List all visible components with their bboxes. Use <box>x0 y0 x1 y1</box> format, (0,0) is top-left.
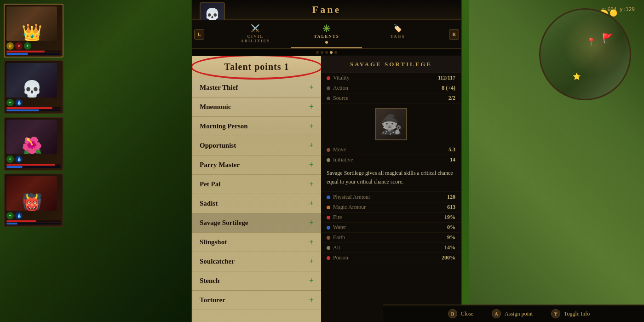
dot-earth <box>327 236 330 240</box>
toggle-key: Y <box>551 309 560 318</box>
dot-2 <box>321 51 323 54</box>
portrait-face-1: 👑 <box>22 24 42 41</box>
content-area: Talent points 1 Master Thief + Mnemonic … <box>192 56 461 322</box>
minimap[interactable]: 📍 🚩 ⭐ <box>539 8 631 100</box>
info-description: Savage Sortilege gives all magical skill… <box>321 165 461 190</box>
talent-soulcatcher[interactable]: Soulcatcher + <box>192 252 321 271</box>
dot-3 <box>325 51 328 54</box>
tab-right-button[interactable]: R <box>449 29 459 40</box>
talent-torturer[interactable]: Torturer + <box>192 291 321 310</box>
dot-1 <box>316 51 319 54</box>
talent-mnemonic[interactable]: Mnemonic + <box>192 98 321 117</box>
party-panel: 👑 ♛ ♥ ✦ 💀 ✦ 💧 🌺 ✦ 💧 <box>4 4 63 227</box>
dot-move <box>327 148 330 152</box>
tags-icon: 🏷️ <box>393 24 402 33</box>
talents-list: Talent points 1 Master Thief + Mnemonic … <box>192 56 321 322</box>
dot-water <box>327 226 330 230</box>
party-member-1[interactable]: 👑 ♛ ♥ ✦ <box>4 4 63 58</box>
dot-physical <box>327 196 330 199</box>
dot-action <box>327 86 330 90</box>
stat-fire: Fire 19% <box>321 213 461 223</box>
party-member-4[interactable]: 👹 ✦ 💧 <box>4 173 63 227</box>
dot-vitality <box>327 76 330 80</box>
map-marker-flag: 🚩 <box>602 33 614 44</box>
talent-morning-person[interactable]: Morning Person + <box>192 117 321 136</box>
hp-icon-1: ♥ <box>15 42 23 50</box>
stat-source: Source 2/2 <box>321 93 461 104</box>
sp-icon-3: 💧 <box>15 155 23 163</box>
dot-initiative <box>327 158 330 162</box>
civil-abilities-icon: ⚔️ <box>251 24 260 33</box>
party-member-3[interactable]: 🌺 ✦ 💧 <box>4 117 63 171</box>
tab-civil-abilities[interactable]: ⚔️ CIVILABILITIES <box>220 20 291 48</box>
talent-points-text: Talent points 1 <box>201 62 312 72</box>
toggle-button[interactable]: Y Toggle Info <box>551 309 590 318</box>
talent-slingshot[interactable]: Slingshot + <box>192 233 321 252</box>
info-panel: SAVAGE SORTILEGE Vitality 112/117 Action… <box>321 56 461 322</box>
sp-icon-4: 💧 <box>15 212 23 219</box>
party-member-2[interactable]: 💀 ✦ 💧 <box>4 60 63 114</box>
dot-fire <box>327 216 330 219</box>
assign-label: Assign point <box>505 310 533 317</box>
talent-icon-box: 🧙 <box>375 108 407 140</box>
stat-water: Water 0% <box>321 223 461 233</box>
portrait-1: 👑 <box>6 6 57 41</box>
stat-move: Move 5.3 <box>321 145 461 155</box>
assign-key: A <box>492 309 501 318</box>
portrait-face-3: 🌺 <box>22 138 42 154</box>
tab-talents[interactable]: ✳️ TALENTS <box>291 20 362 48</box>
portrait-face-2: 💀 <box>22 81 42 98</box>
divider <box>321 191 461 191</box>
close-label: Close <box>461 310 473 317</box>
stat-initiative: Initiative 14 <box>321 155 461 165</box>
sp-icon-2: 💧 <box>15 99 23 106</box>
close-key: B <box>448 309 457 318</box>
map-player-marker: ⭐ <box>573 73 581 80</box>
talent-parry-master[interactable]: Parry Master + <box>192 155 321 175</box>
tab-left-button[interactable]: L <box>194 29 204 40</box>
stat-vitality: Vitality 112/117 <box>321 73 461 83</box>
stat-earth: Earth 9% <box>321 233 461 243</box>
status-icon-4: ✦ <box>6 212 14 219</box>
talent-master-thief[interactable]: Master Thief + <box>192 78 321 98</box>
minimap-container: 🟡 🟡 🟡 📍 🚩 ⭐ x:604 y:129 <box>601 5 635 12</box>
portrait-face-4: 👹 <box>22 194 42 211</box>
dot-poison <box>327 256 330 260</box>
dot-4 <box>330 51 333 54</box>
talents-icon: ✳️ <box>322 24 332 33</box>
assign-button[interactable]: A Assign point <box>492 309 533 318</box>
close-button[interactable]: B Close <box>448 309 473 318</box>
talent-stench[interactable]: Stench + <box>192 271 321 291</box>
main-panel: 💀 Fane L ⚔️ CIVILABILITIES ✳️ TALENTS 🏷️… <box>191 0 462 322</box>
talent-points-header: Talent points 1 <box>192 56 321 78</box>
dot-indicators <box>192 49 461 56</box>
toggle-label: Toggle Info <box>564 310 590 317</box>
status-icon-3: ✦ <box>6 155 14 163</box>
stat-action: Action 8 (+4) <box>321 83 461 93</box>
portrait-3: 🌺 <box>6 120 57 154</box>
map-marker-pin: 📍 <box>586 37 596 46</box>
tab-tags[interactable]: 🏷️ TAGS <box>362 20 433 48</box>
talent-sadist[interactable]: Sadist + <box>192 194 321 213</box>
portrait-2: 💀 <box>6 63 57 98</box>
char-name: Fane <box>200 4 454 16</box>
dot-source <box>327 97 330 100</box>
talent-pet-pal[interactable]: Pet Pal + <box>192 175 321 194</box>
portrait-4: 👹 <box>6 176 57 211</box>
status-icon-1: ✦ <box>24 42 31 50</box>
dot-5 <box>334 51 337 54</box>
talent-icon: 🧙 <box>380 114 402 135</box>
stat-air: Air 14% <box>321 243 461 253</box>
talent-savage-sortilege[interactable]: Savage Sortilege + <box>192 213 321 233</box>
dot-air <box>327 246 330 250</box>
tabs-row: L ⚔️ CIVILABILITIES ✳️ TALENTS 🏷️ TAGS R <box>192 20 461 49</box>
stat-physical-armour: Physical Armour 120 <box>321 192 461 202</box>
talent-opportunist[interactable]: Opportunist + <box>192 136 321 155</box>
stat-poison: Poison 200% <box>321 253 461 263</box>
char-header: 💀 Fane <box>192 0 461 20</box>
crown-icon: ♛ <box>6 42 14 50</box>
info-title: SAVAGE SORTILEGE <box>321 56 461 73</box>
dot-magic <box>327 206 330 209</box>
minimap-overlay <box>540 10 630 99</box>
bottom-bar: B Close A Assign point Y Toggle Info <box>383 305 644 322</box>
